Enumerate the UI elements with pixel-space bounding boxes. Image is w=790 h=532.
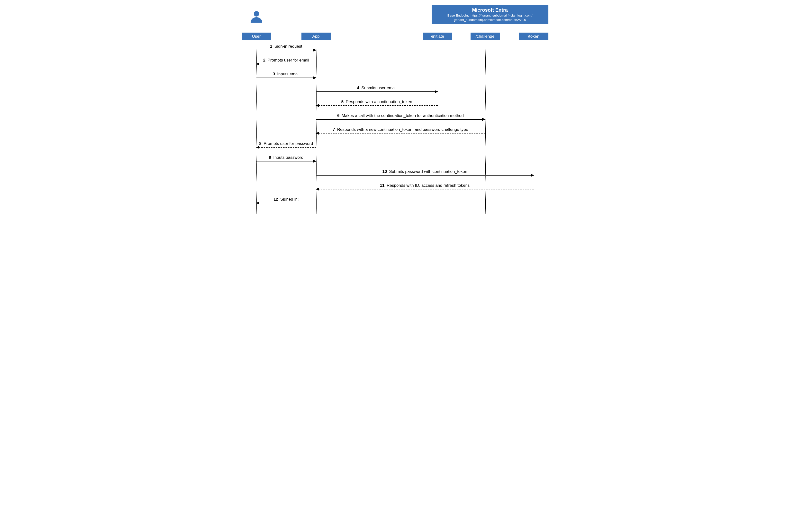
message-arrow: 5 Responds with a continuation_token: [316, 105, 438, 106]
message-label: 5 Responds with a continuation_token: [316, 99, 438, 104]
actor-token-label: /token: [528, 34, 539, 39]
lifeline-token: [534, 41, 534, 213]
message-arrow: 2 Prompts user for email: [256, 64, 316, 64]
message-text: Responds with a continuation_token: [345, 99, 412, 104]
message-arrow: 10 Submits password with continuation_to…: [316, 175, 534, 175]
arrowhead-right-icon: [313, 76, 316, 79]
message-arrow: 4 Submits user email: [316, 91, 438, 92]
group-header-entra: Microsoft Entra Base Endpoint: https://{…: [431, 5, 548, 24]
message-text: Inputs email: [276, 72, 299, 76]
actor-challenge: /challenge: [471, 33, 500, 40]
arrowhead-left-icon: [256, 62, 259, 65]
actor-token: /token: [519, 33, 548, 40]
arrowhead-right-icon: [435, 90, 438, 93]
message-label: 9 Inputs password: [256, 155, 316, 160]
actor-user: User: [242, 33, 271, 40]
arrowhead-right-icon: [482, 118, 485, 121]
arrowhead-left-icon: [316, 188, 319, 191]
message-arrow: 1 Sign-in request: [256, 50, 316, 50]
arrowhead-right-icon: [313, 49, 316, 52]
actor-initiate: /initiate: [423, 33, 452, 40]
message-label: 7 Responds with a new continuation_token…: [316, 127, 485, 132]
group-subtitle-2: {tenant_subdomain}.onmicrosoft.com/oauth…: [436, 18, 545, 22]
message-text: Responds with a new continuation_token, …: [336, 127, 468, 132]
message-label: 11 Responds with ID, access and refresh …: [316, 183, 534, 188]
message-text: Signed in!: [279, 197, 298, 202]
actor-app: App: [301, 33, 331, 40]
actor-app-label: App: [312, 34, 319, 39]
message-text: Sign-in request: [273, 44, 302, 49]
arrowhead-right-icon: [531, 174, 534, 177]
message-number: 6: [337, 113, 339, 118]
message-arrow: 6 Makes a call with the continuation_tok…: [316, 119, 485, 120]
message-number: 12: [274, 197, 278, 202]
message-number: 3: [273, 72, 275, 76]
group-subtitle-1: Base Endpoint: https://{tenant_subdomain…: [436, 13, 545, 18]
message-number: 2: [263, 58, 265, 62]
message-label: 10 Submits password with continuation_to…: [316, 169, 534, 174]
message-arrow: 12 Signed in!: [256, 203, 316, 203]
sequence-diagram: Microsoft Entra Base Endpoint: https://{…: [237, 0, 553, 219]
message-label: 1 Sign-in request: [256, 44, 316, 49]
message-label: 3 Inputs email: [256, 72, 316, 77]
message-number: 10: [383, 169, 387, 174]
arrowhead-left-icon: [316, 104, 319, 107]
message-number: 11: [380, 183, 385, 188]
message-arrow: 7 Responds with a new continuation_token…: [316, 133, 485, 133]
message-text: Inputs password: [272, 155, 304, 160]
message-text: Prompts user for email: [267, 58, 309, 62]
message-arrow: 11 Responds with ID, access and refresh …: [316, 189, 534, 189]
message-number: 8: [259, 141, 261, 146]
message-label: 8 Prompts user for password: [256, 141, 316, 146]
arrowhead-left-icon: [256, 146, 259, 149]
lifeline-user: [256, 41, 257, 213]
actor-initiate-label: /initiate: [431, 34, 444, 39]
message-text: Responds with ID, access and refresh tok…: [386, 183, 470, 188]
message-label: 2 Prompts user for email: [256, 58, 316, 63]
message-arrow: 8 Prompts user for password: [256, 147, 316, 148]
message-number: 5: [341, 99, 344, 104]
message-arrow: 9 Inputs password: [256, 161, 316, 162]
message-arrow: 3 Inputs email: [256, 78, 316, 78]
message-number: 4: [357, 86, 359, 90]
actor-user-label: User: [252, 34, 261, 39]
user-icon: [251, 11, 262, 23]
message-text: Submits user email: [360, 86, 397, 90]
message-number: 9: [269, 155, 271, 160]
arrowhead-left-icon: [256, 202, 259, 205]
message-label: 6 Makes a call with the continuation_tok…: [316, 113, 485, 118]
arrowhead-right-icon: [313, 160, 316, 163]
group-title: Microsoft Entra: [436, 7, 545, 13]
arrowhead-left-icon: [316, 132, 319, 135]
message-label: 12 Signed in!: [256, 197, 316, 202]
actor-challenge-label: /challenge: [476, 34, 495, 39]
message-number: 1: [270, 44, 272, 49]
message-text: Prompts user for password: [262, 141, 313, 146]
message-text: Submits password with continuation_token: [388, 169, 467, 174]
message-text: Makes a call with the continuation_token…: [341, 113, 464, 118]
message-number: 7: [333, 127, 335, 132]
message-label: 4 Submits user email: [316, 86, 438, 91]
